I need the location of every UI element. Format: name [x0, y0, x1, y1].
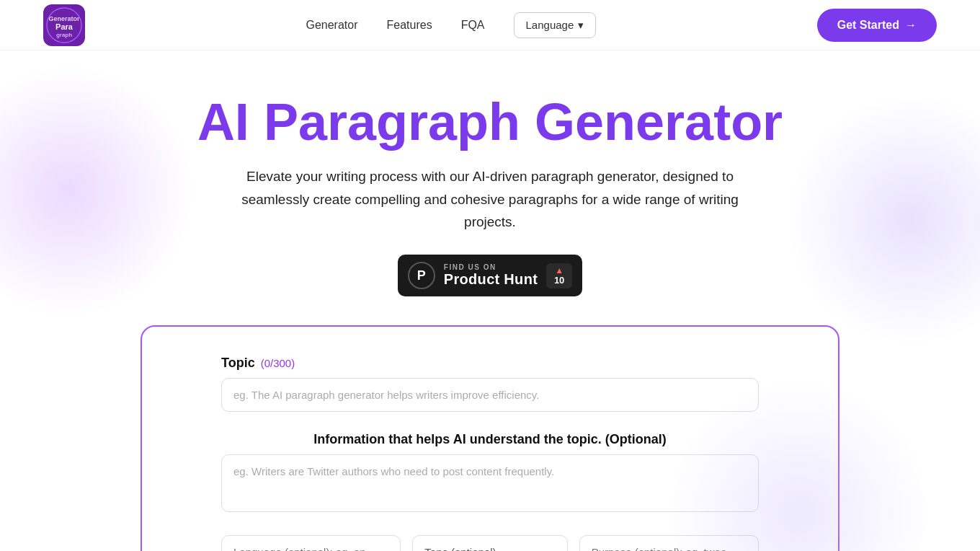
vote-count: 10 [554, 275, 564, 286]
form-container: Topic (0/300) Information that helps AI … [141, 325, 839, 551]
product-hunt-badge[interactable]: P FIND US ON Product Hunt ▲ 10 [398, 255, 582, 296]
tone-select-wrapper: Tone (optional) Formal Casual Profession… [412, 535, 567, 551]
nav-link-generator[interactable]: Generator [306, 19, 357, 32]
chevron-down-icon: ▾ [578, 19, 584, 32]
optional-label: Information that helps AI understand the… [221, 432, 759, 447]
purpose-input[interactable] [579, 535, 759, 551]
language-label: Language [526, 19, 574, 31]
hero-subtitle: Elevate your writing process with our AI… [231, 165, 749, 233]
logo-icon: Para graph Generator [43, 4, 85, 46]
nav-link-fqa[interactable]: FQA [461, 19, 485, 32]
nav-right: Get Started → [817, 9, 937, 42]
language-input[interactable] [221, 535, 401, 551]
hero-section: AI Paragraph Generator Elevate your writ… [0, 50, 980, 551]
topic-input[interactable] [221, 378, 759, 412]
product-hunt-name: Product Hunt [444, 271, 538, 288]
upvote-arrow-icon: ▲ [555, 266, 564, 275]
product-hunt-text: FIND US ON Product Hunt [444, 263, 538, 288]
svg-text:Generator: Generator [48, 15, 80, 22]
cta-label: Get Started [837, 19, 899, 32]
get-started-button[interactable]: Get Started → [817, 9, 937, 42]
hero-title: AI Paragraph Generator [14, 94, 966, 151]
bottom-selects: Tone (optional) Formal Casual Profession… [221, 535, 759, 551]
navbar: Para graph Generator Generator Features … [0, 0, 980, 50]
nav-link-features[interactable]: Features [387, 19, 432, 32]
svg-text:graph: graph [56, 32, 72, 38]
topic-label: Topic (0/300) [221, 356, 759, 371]
language-button[interactable]: Language ▾ [514, 12, 597, 38]
arrow-icon: → [905, 19, 917, 32]
product-hunt-vote: ▲ 10 [546, 263, 572, 288]
nav-links: Generator Features FQA Language ▾ [306, 12, 596, 38]
optional-info-input[interactable] [221, 454, 759, 512]
find-us-label: FIND US ON [444, 263, 496, 271]
topic-label-text: Topic [221, 356, 255, 371]
product-hunt-icon: P [408, 262, 435, 289]
topic-counter: (0/300) [261, 357, 295, 369]
logo[interactable]: Para graph Generator [43, 4, 85, 46]
tone-select[interactable]: Tone (optional) Formal Casual Profession… [412, 535, 567, 551]
svg-text:Para: Para [55, 22, 74, 31]
